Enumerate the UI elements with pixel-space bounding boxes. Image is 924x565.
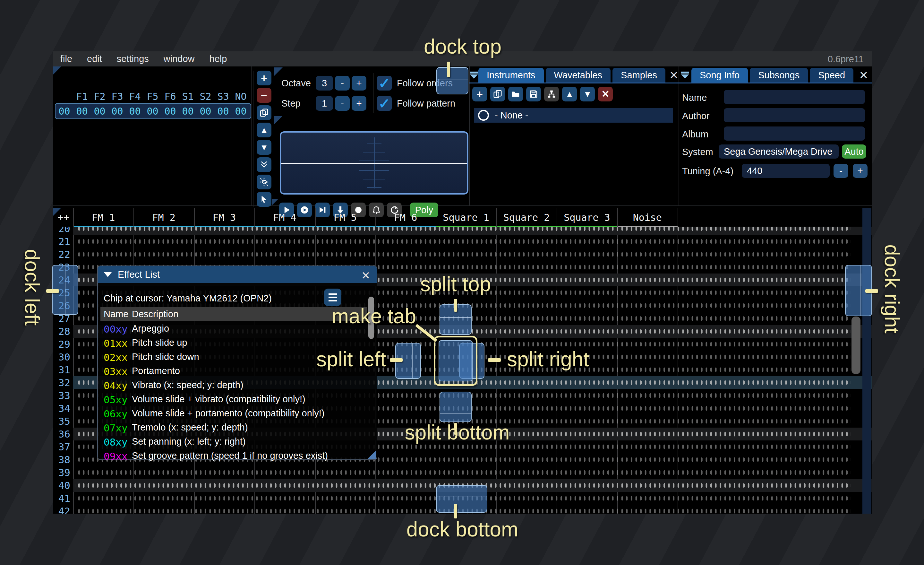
instrument-list-item[interactable]: - None - bbox=[474, 108, 673, 123]
toggle-folders-button[interactable] bbox=[544, 87, 559, 101]
channel-header-square-1[interactable]: Square 1 bbox=[436, 209, 496, 226]
pattern-row-22[interactable]: 22 bbox=[53, 248, 872, 261]
channel-header-square-3[interactable]: Square 3 bbox=[556, 209, 617, 226]
duplicate-button[interactable] bbox=[490, 87, 505, 101]
instruments-tab-instruments[interactable]: Instruments bbox=[478, 68, 544, 83]
step-decrease-button[interactable]: - bbox=[335, 96, 350, 111]
pattern-scrollbar-handle[interactable] bbox=[852, 317, 861, 374]
close-icon[interactable]: ✕ bbox=[669, 68, 679, 83]
system-auto-button[interactable]: Auto bbox=[842, 144, 866, 159]
orders-toolbar: +−▲▼ bbox=[253, 71, 272, 207]
panel-splitter[interactable] bbox=[53, 206, 872, 206]
order-cell[interactable]: 00 bbox=[232, 106, 250, 117]
dock-target-top[interactable] bbox=[436, 67, 468, 95]
order-cell[interactable]: 00 bbox=[161, 106, 179, 117]
order-cell[interactable]: 00 bbox=[73, 106, 91, 117]
orders-row[interactable]: 0000000000000000000000 bbox=[55, 103, 251, 119]
close-icon[interactable]: ✕ bbox=[857, 68, 870, 83]
pattern-row-39[interactable]: 39 bbox=[53, 466, 872, 479]
collapse-icon[interactable] bbox=[104, 272, 112, 277]
step-value[interactable]: 1 bbox=[316, 96, 333, 111]
tuning-field[interactable]: 440 bbox=[742, 164, 830, 178]
effect-row-04xy[interactable]: 04xyVibrato (x: speed; y: depth) bbox=[100, 378, 367, 392]
duplicate-button[interactable] bbox=[256, 105, 272, 120]
order-cell[interactable]: 00 bbox=[126, 106, 144, 117]
instruments-tab-wavetables[interactable]: Wavetables bbox=[546, 68, 610, 83]
panel-splitter[interactable] bbox=[251, 66, 252, 206]
name-field[interactable] bbox=[724, 90, 865, 104]
channel-header-fm-4[interactable]: FM 4 bbox=[254, 209, 315, 226]
song-info-tab-song-info[interactable]: Song Info bbox=[692, 68, 748, 83]
instruments-toolbar: +▲▼✕ bbox=[472, 87, 613, 101]
channel-header-fm-1[interactable]: FM 1 bbox=[73, 209, 134, 226]
save-button[interactable] bbox=[526, 87, 541, 101]
move-up-button[interactable]: ▲ bbox=[562, 87, 577, 101]
system-select[interactable]: Sega Genesis/Mega Drive bbox=[718, 144, 838, 159]
order-cell[interactable]: 00 bbox=[144, 106, 161, 117]
instruments-tab-samples[interactable]: Samples bbox=[612, 68, 665, 83]
order-cell[interactable]: 00 bbox=[108, 106, 126, 117]
effect-row-08xy[interactable]: 08xySet panning (x: left; y: right) bbox=[100, 434, 367, 448]
menu-item-edit[interactable]: edit bbox=[80, 54, 110, 64]
window-collapse-icon[interactable] bbox=[679, 68, 692, 83]
effect-list-title-bar[interactable]: Effect List ✕ bbox=[98, 266, 376, 283]
author-field[interactable] bbox=[724, 108, 865, 122]
song-info-tab-speed[interactable]: Speed bbox=[810, 68, 854, 83]
order-column-F6: F6 bbox=[161, 91, 179, 102]
tuning-decrease-button[interactable]: - bbox=[834, 164, 848, 178]
order-cell[interactable]: 00 bbox=[196, 106, 214, 117]
menu-item-window[interactable]: window bbox=[156, 54, 202, 64]
close-icon[interactable]: ✕ bbox=[359, 268, 372, 283]
octave-value[interactable]: 3 bbox=[316, 76, 333, 90]
split-target-bottom[interactable] bbox=[440, 392, 472, 422]
channel-header-fm-5[interactable]: FM 5 bbox=[315, 209, 375, 226]
song-info-tab-subsongs[interactable]: Subsongs bbox=[750, 68, 808, 83]
add-button[interactable]: + bbox=[256, 71, 272, 86]
resize-grip[interactable] bbox=[368, 451, 376, 459]
move-up-button[interactable]: ▲ bbox=[256, 123, 272, 137]
step-increase-button[interactable]: + bbox=[352, 96, 366, 111]
move-down-button[interactable]: ▼ bbox=[256, 140, 272, 155]
menu-item-file[interactable]: file bbox=[53, 54, 80, 64]
menu-item-help[interactable]: help bbox=[202, 54, 234, 64]
instrument-name: - None - bbox=[495, 110, 528, 121]
window-collapse-icon[interactable] bbox=[469, 68, 478, 83]
move-down-button[interactable]: ▼ bbox=[580, 87, 595, 101]
channel-header-noise[interactable]: Noise bbox=[617, 209, 678, 226]
dock-target-bottom[interactable] bbox=[436, 485, 488, 513]
orders-header: F1F2F3F4F5F6S1S2S3NO bbox=[56, 91, 250, 102]
follow-pattern-checkbox[interactable]: ✓ bbox=[377, 96, 392, 111]
pattern-row-20[interactable]: 20 bbox=[53, 227, 872, 235]
order-cell[interactable]: 00 bbox=[91, 106, 108, 117]
effect-row-07xy[interactable]: 07xyTremolo (x: speed; y: depth) bbox=[100, 420, 367, 434]
callout-line bbox=[390, 358, 403, 362]
effect-row-06xy[interactable]: 06xyVolume slide + portamento (compatibi… bbox=[100, 406, 367, 420]
channel-header-square-2[interactable]: Square 2 bbox=[496, 209, 556, 226]
unlink-button[interactable] bbox=[256, 174, 272, 189]
album-field[interactable] bbox=[724, 126, 865, 141]
octave-increase-button[interactable]: + bbox=[352, 76, 366, 90]
open-button[interactable] bbox=[508, 87, 523, 101]
channel-header-fm-6[interactable]: FM 6 bbox=[375, 209, 436, 226]
divider bbox=[373, 73, 374, 113]
octave-decrease-button[interactable]: - bbox=[335, 76, 350, 90]
effect-list-menu-button[interactable] bbox=[324, 289, 341, 306]
effect-row-09xx[interactable]: 09xxSet groove pattern (speed 1 if no gr… bbox=[100, 448, 367, 463]
pattern-scrollbar-track[interactable] bbox=[862, 208, 872, 514]
remove-button[interactable]: − bbox=[256, 88, 272, 103]
pattern-row-21[interactable]: 21 bbox=[53, 235, 872, 248]
order-cell[interactable]: 00 bbox=[179, 106, 196, 117]
tuning-increase-button[interactable]: + bbox=[853, 164, 867, 178]
add-button[interactable]: + bbox=[472, 87, 487, 101]
delete-button[interactable]: ✕ bbox=[598, 87, 613, 101]
menu-item-settings[interactable]: settings bbox=[110, 54, 156, 64]
effect-row-05xy[interactable]: 05xyVolume slide + vibrato (compatibilit… bbox=[100, 392, 367, 406]
order-cell[interactable]: 00 bbox=[214, 106, 232, 117]
move-bottom-button[interactable] bbox=[256, 157, 272, 172]
channel-header-fm-3[interactable]: FM 3 bbox=[194, 209, 254, 226]
select-button[interactable] bbox=[256, 192, 272, 207]
window-title: Effect List bbox=[118, 269, 160, 280]
channel-header-fm-2[interactable]: FM 2 bbox=[134, 209, 194, 226]
follow-orders-checkbox[interactable]: ✓ bbox=[377, 76, 392, 90]
effect-row-00xy[interactable]: 00xyArpeggio bbox=[100, 322, 367, 335]
